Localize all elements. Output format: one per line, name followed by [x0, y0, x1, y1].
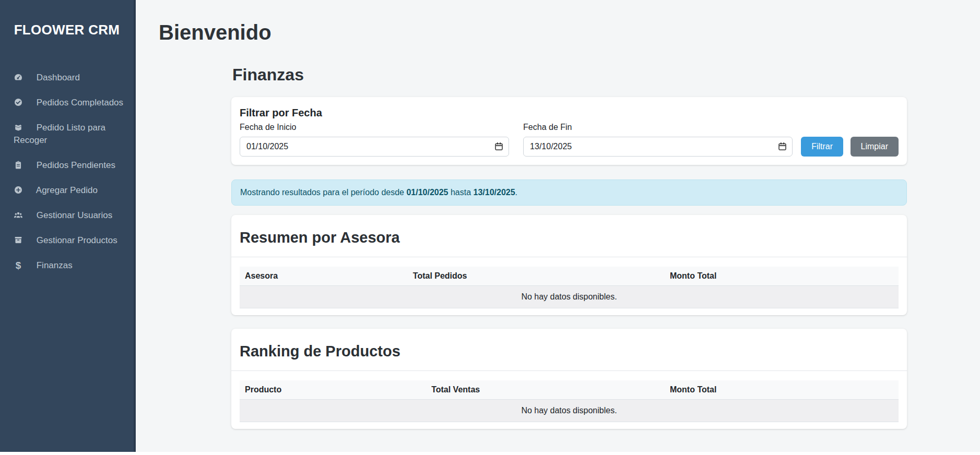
app-root: FLOOWER CRM Dashboard Pedidos Completado… — [0, 0, 980, 452]
calendar-icon[interactable] — [494, 142, 503, 151]
sidebar-item-label: Agregar Pedido — [36, 185, 98, 195]
sidebar-item-finanzas[interactable]: $ Finanzas — [0, 253, 134, 278]
sidebar-item-gestionar-productos[interactable]: Gestionar Productos — [0, 228, 134, 253]
dollar-icon: $ — [14, 259, 23, 272]
sidebar-item-pedidos-completados[interactable]: Pedidos Completados — [0, 90, 134, 115]
sidebar-item-label: Pedidos Completados — [37, 98, 123, 107]
end-date-input[interactable] — [523, 137, 793, 157]
table-row: No hay datos disponibles. — [240, 400, 899, 422]
table-row: No hay datos disponibles. — [240, 286, 899, 308]
alert-text: . — [515, 188, 517, 197]
clipboard-icon — [14, 160, 23, 170]
box-open-icon — [14, 123, 23, 132]
resumen-asesora-table: Asesora Total Pedidos Monto Total No hay… — [240, 267, 899, 308]
section-title: Finanzas — [232, 65, 907, 85]
sidebar-item-pedidos-pendientes[interactable]: Pedidos Pendientes — [0, 153, 134, 178]
empty-state-text: No hay datos disponibles. — [240, 286, 899, 308]
ranking-productos-card: Ranking de Productos Producto Total Vent… — [231, 329, 907, 429]
sidebar-item-agregar-pedido[interactable]: Agregar Pedido — [0, 178, 134, 203]
sidebar-nav: Dashboard Pedidos Completados Pedido Lis… — [0, 65, 134, 278]
plus-circle-icon — [14, 185, 23, 195]
clear-button[interactable]: Limpiar — [851, 137, 899, 157]
check-circle-icon — [14, 98, 23, 107]
alert-start-date: 01/10/2025 — [406, 188, 448, 197]
filter-card-title: Filtrar por Fecha — [240, 105, 899, 120]
sidebar-item-label: Dashboard — [37, 73, 80, 82]
divider — [231, 370, 907, 371]
calendar-icon[interactable] — [778, 142, 787, 151]
column-header-total-pedidos: Total Pedidos — [408, 267, 665, 286]
alert-text: hasta — [448, 188, 474, 197]
resumen-asesora-card: Resumen por Asesora Asesora Total Pedido… — [231, 215, 907, 315]
sidebar-item-label: Pedido Listo para Recoger — [14, 123, 105, 145]
sidebar-item-label: Finanzas — [37, 260, 73, 270]
sidebar: FLOOWER CRM Dashboard Pedidos Completado… — [0, 0, 136, 452]
start-date-label: Fecha de Inicio — [240, 121, 509, 134]
sidebar-item-dashboard[interactable]: Dashboard — [0, 65, 134, 90]
alert-end-date: 13/10/2025 — [474, 188, 515, 197]
finanzas-container: Finanzas Filtrar por Fecha Fecha de Inic… — [231, 65, 907, 429]
app-title: FLOOWER CRM — [0, 0, 134, 38]
column-header-asesora: Asesora — [240, 267, 408, 286]
gauge-icon — [14, 73, 23, 82]
resumen-asesora-title: Resumen por Asesora — [240, 229, 899, 246]
page-title: Bienvenido — [138, 0, 980, 44]
sidebar-item-pedido-listo[interactable]: Pedido Listo para Recoger — [0, 115, 134, 153]
alert-text: Mostrando resultados para el período des… — [240, 188, 406, 197]
sidebar-item-gestionar-usuarios[interactable]: Gestionar Usuarios — [0, 203, 134, 228]
sidebar-item-label: Pedidos Pendientes — [37, 160, 115, 170]
main-content: Bienvenido Finanzas Filtrar por Fecha Fe… — [138, 0, 980, 429]
end-date-label: Fecha de Fin — [523, 121, 793, 134]
date-range-alert: Mostrando resultados para el período des… — [231, 179, 907, 206]
filter-button[interactable]: Filtrar — [801, 137, 843, 157]
column-header-total-ventas: Total Ventas — [426, 380, 665, 400]
sidebar-item-label: Gestionar Usuarios — [37, 210, 113, 220]
column-header-producto: Producto — [240, 380, 426, 400]
date-filter-card: Filtrar por Fecha Fecha de Inicio Fecha … — [231, 97, 907, 165]
column-header-monto-total: Monto Total — [665, 267, 899, 286]
users-icon — [14, 210, 23, 220]
ranking-productos-table: Producto Total Ventas Monto Total No hay… — [240, 380, 899, 422]
start-date-input[interactable] — [240, 137, 509, 157]
box-icon — [14, 235, 23, 245]
sidebar-item-label: Gestionar Productos — [37, 235, 117, 245]
ranking-productos-title: Ranking de Productos — [240, 342, 899, 360]
column-header-monto-total: Monto Total — [665, 380, 899, 400]
empty-state-text: No hay datos disponibles. — [240, 400, 899, 422]
divider — [231, 257, 907, 257]
